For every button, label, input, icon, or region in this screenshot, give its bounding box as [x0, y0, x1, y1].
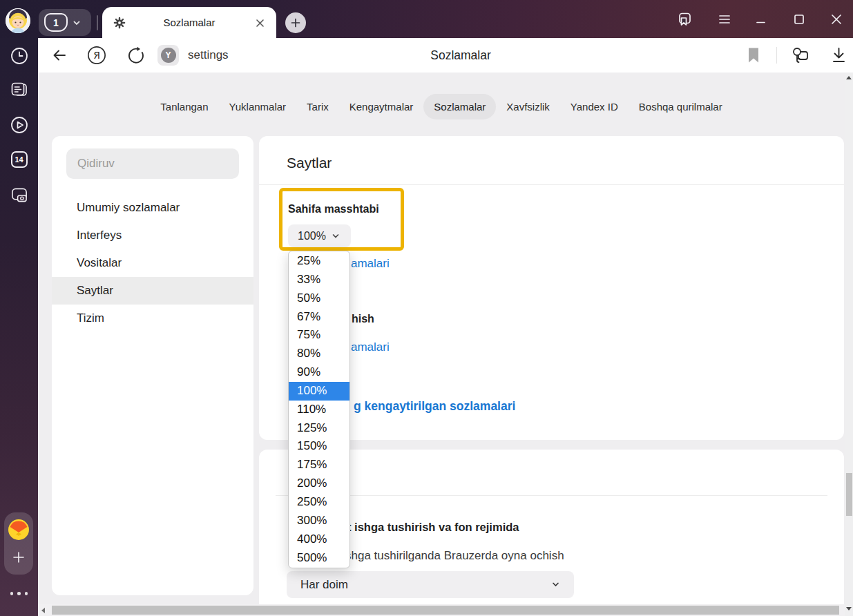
address-bar-page-title: Sozlamalar [430, 38, 491, 73]
nav-tab-tanlangan[interactable]: Tanlangan [150, 94, 218, 119]
link-fragment-mid[interactable]: amalari [351, 340, 390, 354]
bookmark-icon[interactable] [747, 47, 760, 64]
clock-icon [10, 47, 28, 65]
nav-tab-xavfsizlik[interactable]: Xavfsizlik [496, 94, 560, 119]
calendar-icon: 14 [11, 151, 28, 168]
zoom-option[interactable]: 50% [289, 289, 349, 308]
screenshot-button[interactable] [10, 185, 28, 204]
zoom-option[interactable]: 80% [289, 345, 349, 363]
browser-window: 1 Sozlamalar [0, 0, 853, 616]
link-fragment-top[interactable]: amalari [351, 257, 390, 271]
sidebar-item-vositalar[interactable]: Vositalar [52, 249, 253, 277]
maximize-button[interactable] [790, 10, 808, 28]
rail-more-button[interactable] [0, 592, 38, 595]
zoom-options-dropdown: 25% 33% 50% 67% 75% 80% 90% 100% 110% 12… [288, 251, 350, 568]
sidebar-item-tizim[interactable]: Tizim [52, 305, 253, 332]
feed-button[interactable] [10, 81, 28, 99]
sidebar-item-umumiy[interactable]: Umumiy sozlamalar [52, 194, 253, 222]
yandex-mail-icon[interactable] [8, 519, 29, 540]
avatar-illustration [6, 8, 30, 33]
minimize-button[interactable] [752, 10, 770, 28]
refresh-icon [126, 46, 144, 64]
zoom-option[interactable]: 110% [289, 401, 349, 419]
zoom-option[interactable]: 150% [289, 437, 349, 456]
pinned-apps-panel [4, 512, 33, 575]
zoom-option[interactable]: 125% [289, 419, 349, 438]
zoom-option[interactable]: 25% [289, 252, 349, 271]
startup-description: shga tushirilganda Brauzerda oyna ochish [345, 549, 564, 563]
bold-fragment: hish [352, 313, 374, 325]
browser-tab-settings[interactable]: Sozlamalar [102, 7, 276, 38]
zoom-option[interactable]: 90% [289, 363, 349, 382]
vertical-scrollbar-thumb[interactable] [846, 473, 852, 516]
hamburger-menu-icon [718, 13, 731, 26]
nav-tab-kengaytmalar[interactable]: Kengaytmalar [339, 94, 424, 119]
chevron-down-icon [551, 580, 560, 589]
browser-menu-button[interactable] [716, 10, 734, 28]
sidebar-item-saytlar[interactable]: Saytlar [52, 277, 253, 305]
zoom-option[interactable]: 33% [289, 271, 349, 289]
history-button[interactable] [10, 46, 28, 65]
nav-tab-yandex-id[interactable]: Yandex ID [560, 94, 629, 119]
nav-tab-sozlamalar[interactable]: Sozlamalar [423, 94, 496, 119]
vertical-scrollbar[interactable] [845, 73, 853, 616]
page-zoom-select[interactable]: 100% [288, 224, 351, 247]
plus-icon [12, 551, 25, 564]
settings-sidebar: Umumiy sozlamalar Interfeys Vositalar Sa… [52, 136, 253, 595]
zoom-option[interactable]: 400% [289, 530, 349, 549]
close-window-button[interactable] [827, 10, 845, 28]
panel-bookmark-icon [676, 11, 693, 28]
settings-favicon: Y [161, 48, 176, 63]
section-title: Saytlar [287, 155, 332, 171]
zoom-option[interactable]: 500% [289, 549, 349, 568]
page-zoom-value: 100% [298, 230, 326, 242]
tab-counter[interactable]: 1 [39, 9, 91, 36]
video-button[interactable] [10, 115, 28, 134]
scroll-left-arrow[interactable] [41, 608, 45, 613]
chevron-down-icon[interactable] [72, 18, 82, 28]
section-divider [259, 184, 844, 185]
site-badge[interactable]: Y [157, 45, 179, 66]
zoom-option[interactable]: 67% [289, 308, 349, 327]
side-panel-button[interactable] [675, 10, 693, 28]
startup-mode-select[interactable]: Har doim [287, 571, 574, 598]
address-bar-url[interactable]: settings [188, 38, 229, 73]
zoom-option[interactable]: 200% [289, 474, 349, 493]
add-app-button[interactable] [10, 546, 27, 569]
settings-nav-tabs: Tanlangan Yuklanmalar Tarix Kengaytmalar… [38, 90, 845, 122]
side-rail: 14 [0, 38, 38, 616]
zoom-option-selected[interactable]: 100% [289, 382, 349, 401]
advanced-settings-link[interactable]: g kengaytirilgan sozlamalari [354, 399, 515, 414]
scroll-up-arrow[interactable] [846, 76, 852, 79]
settings-sections-list: Umumiy sozlamalar Interfeys Vositalar Sa… [52, 194, 253, 332]
nav-tab-tarix[interactable]: Tarix [296, 94, 339, 119]
new-tab-button[interactable] [285, 12, 306, 33]
sidebar-item-interfeys[interactable]: Interfeys [52, 222, 253, 249]
profile-avatar[interactable] [6, 8, 30, 33]
refresh-button[interactable] [126, 46, 145, 65]
yandex-home-button[interactable]: Я [87, 46, 106, 65]
horizontal-scrollbar[interactable] [38, 604, 845, 616]
page-zoom-label: Sahifa masshtabi [288, 203, 379, 215]
tab-close-button[interactable] [253, 16, 267, 30]
zoom-option[interactable]: 175% [289, 456, 349, 474]
zoom-option[interactable]: 75% [289, 326, 349, 345]
horizontal-scrollbar-thumb[interactable] [52, 606, 839, 615]
minimize-icon [754, 12, 768, 26]
startup-mode-value: Har doim [300, 578, 348, 592]
zoom-option[interactable]: 250% [289, 493, 349, 512]
window-titlebar: 1 Sozlamalar [0, 0, 853, 38]
tab-count-badge: 1 [44, 13, 68, 32]
download-icon[interactable] [830, 46, 848, 65]
zoom-option[interactable]: 300% [289, 512, 349, 530]
extensions-icon[interactable] [791, 46, 809, 65]
search-input[interactable] [66, 148, 239, 179]
play-icon [10, 116, 28, 134]
close-icon [256, 19, 265, 28]
maximize-icon [792, 12, 806, 26]
nav-tab-yuklanmalar[interactable]: Yuklanmalar [219, 94, 297, 119]
nav-tab-boshqa-qurilmalar[interactable]: Boshqa qurilmalar [629, 94, 733, 119]
scroll-down-arrow[interactable] [846, 607, 852, 610]
calendar-button[interactable]: 14 [10, 150, 28, 169]
back-button[interactable] [50, 46, 69, 65]
